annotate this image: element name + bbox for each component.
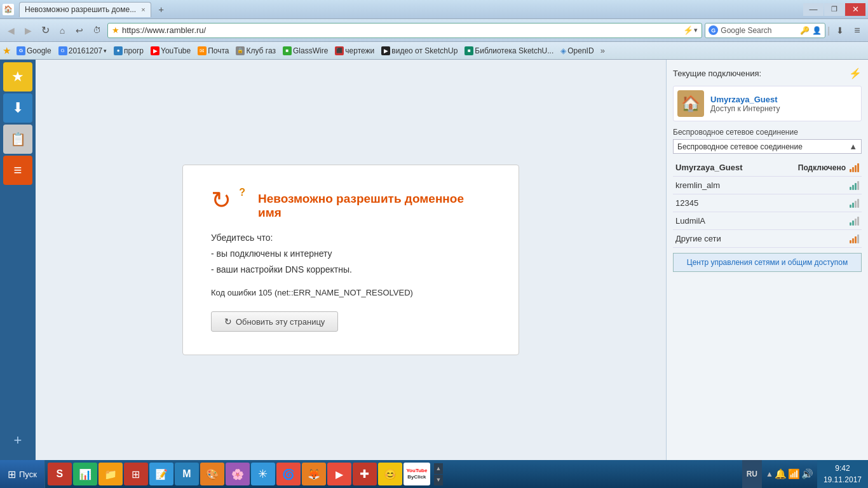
url-dropdown[interactable]: ▾ bbox=[694, 26, 698, 34]
history-btn[interactable]: ⏱ bbox=[88, 22, 105, 39]
wifi-network-item-0[interactable]: Umyrzaya_Guest Подключено bbox=[673, 159, 862, 177]
bookmark-openid[interactable]: ◈ OpenID bbox=[557, 45, 597, 57]
taskbar-app-pinwheel[interactable]: 🌀 bbox=[276, 463, 301, 485]
taskbar-app-paint[interactable]: 🎨 bbox=[200, 463, 224, 485]
bookmark-glasswire[interactable]: ■ GlassWire bbox=[280, 45, 331, 57]
refresh-btn[interactable]: ↻ Обновить эту страницу bbox=[211, 311, 338, 332]
error-body: Убедитесь что: - вы подключены к интерне… bbox=[211, 230, 491, 278]
error-page: ↺ ? Невозможно разрешить доменное имя Уб… bbox=[36, 60, 666, 460]
sidebar-download-btn[interactable]: ⬇ bbox=[3, 93, 32, 123]
sidebar-clip-btn[interactable]: 📋 bbox=[3, 125, 32, 154]
bookmarks-bar: ★ G Google G 20161207 ▾ ● прогр ▶ YouTub… bbox=[0, 42, 868, 60]
taskbar-app-youtube-click[interactable]: YouTube ByClick bbox=[403, 463, 430, 485]
taskbar-app-chart[interactable]: 📊 bbox=[73, 463, 97, 485]
wifi-network-item-1[interactable]: kremlin_alm bbox=[673, 177, 862, 194]
bookmark-google[interactable]: G Google bbox=[13, 45, 55, 57]
sidebar-list-btn[interactable]: ≡ bbox=[3, 156, 32, 185]
taskbar-app-grid[interactable]: ⊞ bbox=[124, 463, 148, 485]
lang-badge: RU bbox=[742, 460, 762, 488]
wifi-net-name-1: kremlin_alm bbox=[675, 180, 850, 190]
menu-btn[interactable]: ≡ bbox=[849, 22, 865, 39]
wifi-current-connection[interactable]: 🏠 Umyrzaya_Guest Доступ к Интернету bbox=[673, 86, 862, 121]
bookmark-lib[interactable]: ■ Библиотека SketchU... bbox=[461, 45, 557, 57]
tray-wifi-icon[interactable]: 📶 bbox=[788, 468, 800, 480]
tab-title: Невозможно разрешить доме... bbox=[25, 5, 136, 14]
bookmark-prog[interactable]: ● прогр bbox=[111, 45, 147, 57]
taskbar-app-photos[interactable]: 🌸 bbox=[226, 463, 250, 485]
search-value: Google Search bbox=[721, 26, 797, 35]
taskbar-app-sketchup[interactable]: S bbox=[48, 463, 72, 485]
bookmark-mail[interactable]: ✉ Почта bbox=[194, 45, 232, 57]
sidebar-add-btn[interactable]: + bbox=[3, 426, 32, 455]
gw-bm-label: GlassWire bbox=[293, 46, 328, 55]
wifi-center-link[interactable]: Центр управления сетями и общим доступом bbox=[673, 253, 862, 272]
search-user-icon: 👤 bbox=[812, 26, 822, 35]
taskbar-app-maxthon[interactable]: M bbox=[175, 463, 199, 485]
taskbar-scroll-up[interactable]: ▲ bbox=[434, 463, 443, 474]
bookmark-youtube[interactable]: ▶ YouTube bbox=[147, 45, 194, 57]
refresh-label: Обновить эту страницу bbox=[236, 317, 325, 327]
url-bar[interactable]: ★ https://www.rambler.ru/ ⚡ ▾ bbox=[107, 23, 702, 38]
taskbar-app-smiley[interactable]: 😊 bbox=[378, 463, 402, 485]
tray-volume-icon[interactable]: 🔊 bbox=[801, 468, 813, 480]
prog-bm-icon: ● bbox=[114, 46, 123, 55]
home-btn[interactable]: ⌂ bbox=[54, 22, 71, 39]
bookmark-date[interactable]: G 20161207 ▾ bbox=[55, 45, 110, 57]
wifi-network-item-4[interactable]: Другие сети bbox=[673, 230, 862, 248]
forward-btn[interactable]: ▶ bbox=[20, 22, 36, 39]
taskbar-app-firefox[interactable]: 🦊 bbox=[302, 463, 326, 485]
yt-bm-icon: ▶ bbox=[151, 46, 159, 55]
bookmark-more[interactable]: » bbox=[598, 44, 607, 57]
tray-up-arrow[interactable]: ▲ bbox=[766, 470, 773, 478]
minimize-btn[interactable]: — bbox=[803, 3, 824, 16]
wifi-signal-4 bbox=[850, 234, 859, 243]
error-icon: ↺ ? bbox=[211, 188, 247, 220]
taskbar: ⊞ Пуск S 📊 📁 ⊞ 📝 M 🎨 🌸 ✳ 🌀 🦊 ▶ ✚ 😊 YouTu… bbox=[0, 460, 868, 488]
taskbar-app-folder[interactable]: 📁 bbox=[98, 463, 123, 485]
taskbar-app-spinner[interactable]: ✳ bbox=[251, 463, 275, 485]
clock[interactable]: 9:42 19.11.2017 bbox=[817, 460, 868, 488]
back-btn[interactable]: ◀ bbox=[3, 22, 19, 39]
wifi-dropdown-text: Беспроводное сетевое соединение bbox=[677, 142, 849, 151]
taskbar-app-note[interactable]: 📝 bbox=[149, 463, 173, 485]
tab-close-btn[interactable]: × bbox=[141, 6, 145, 13]
taskbar-app-media[interactable]: ▶ bbox=[327, 463, 351, 485]
start-button[interactable]: ⊞ Пуск bbox=[0, 460, 45, 488]
error-body-line2: - вы подключены к интернету bbox=[211, 246, 491, 262]
wifi-network-item-3[interactable]: LudmilA bbox=[673, 212, 862, 230]
reload-btn[interactable]: ↻ bbox=[37, 22, 53, 39]
active-tab[interactable]: Невозможно разрешить доме... × bbox=[19, 2, 151, 17]
yt-bm-label: YouTube bbox=[161, 46, 191, 55]
close-btn[interactable]: ✕ bbox=[845, 3, 865, 16]
wifi-dropdown[interactable]: Беспроводное сетевое соединение ▲ bbox=[673, 139, 862, 154]
taskbar-scroll-down[interactable]: ▼ bbox=[434, 475, 443, 485]
maximize-btn[interactable]: ❐ bbox=[824, 3, 844, 16]
mail-bm-label: Почта bbox=[208, 46, 229, 55]
bookmark-video[interactable]: ▶ видео от SketchUp bbox=[378, 45, 461, 57]
date-bm-label: 20161207 bbox=[69, 46, 102, 55]
lib-bm-icon: ■ bbox=[465, 46, 473, 55]
taskbar-tray: RU ▲ 🔔 📶 🔊 9:42 19.11.2017 bbox=[742, 460, 868, 488]
wifi-house-icon: 🏠 bbox=[677, 90, 704, 117]
error-title: Невозможно разрешить доменное имя bbox=[258, 188, 491, 220]
sidebar-favorites-btn[interactable]: ★ bbox=[3, 62, 32, 92]
undo-btn[interactable]: ↩ bbox=[71, 22, 88, 39]
download-btn[interactable]: ⬇ bbox=[832, 22, 848, 39]
wifi-connection-type: Доступ к Интернету bbox=[710, 104, 780, 113]
bookmark-dom[interactable]: ⬛ чертежи bbox=[332, 45, 377, 57]
error-box: ↺ ? Невозможно разрешить доменное имя Уб… bbox=[182, 165, 519, 356]
clock-date: 19.11.2017 bbox=[824, 474, 862, 485]
taskbar-app-cross[interactable]: ✚ bbox=[353, 463, 377, 485]
bookmark-club[interactable]: 🔒 Клуб газ bbox=[233, 45, 279, 57]
google-bm-label: Google bbox=[27, 46, 51, 55]
wifi-net-name-3: LudmilA bbox=[675, 216, 850, 226]
wifi-scroll-up[interactable]: ▲ bbox=[849, 142, 857, 151]
wifi-signal-0 bbox=[850, 163, 859, 172]
nav-bar: ◀ ▶ ↻ ⌂ ↩ ⏱ ★ https://www.rambler.ru/ ⚡ … bbox=[0, 19, 868, 42]
wifi-panel-title: Текущие подключения: bbox=[673, 69, 761, 78]
wifi-network-item-2[interactable]: 12345 bbox=[673, 194, 862, 212]
search-box[interactable]: G Google Search 🔑 👤 bbox=[705, 23, 825, 38]
tray-icons: ▲ 🔔 📶 🔊 bbox=[762, 468, 817, 480]
new-tab-btn[interactable]: + bbox=[154, 3, 169, 17]
vid-bm-label: видео от SketchUp bbox=[391, 46, 458, 55]
